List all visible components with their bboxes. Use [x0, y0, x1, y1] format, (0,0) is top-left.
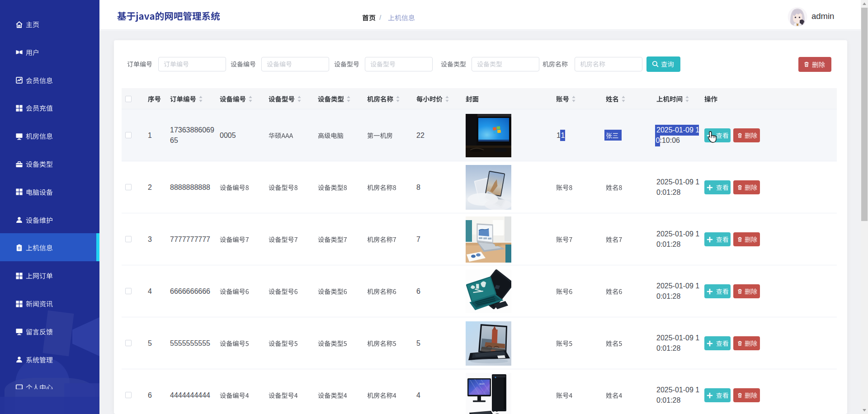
svg-text:acer: acer: [479, 382, 485, 385]
